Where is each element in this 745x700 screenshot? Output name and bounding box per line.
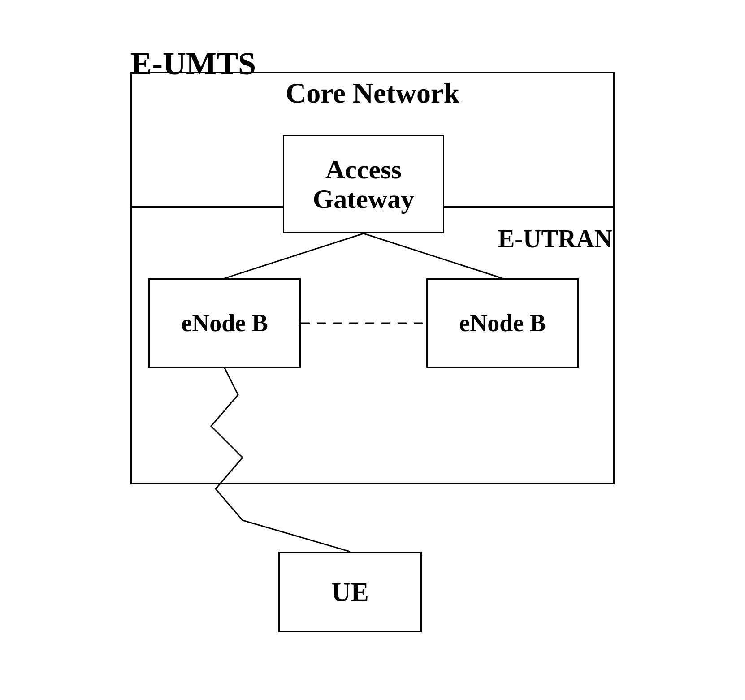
access-gateway-label: AccessGateway bbox=[313, 155, 415, 214]
enode-b-right-box: eNode B bbox=[426, 278, 579, 368]
ue-box: UE bbox=[278, 552, 422, 632]
eutran-label: E-UTRAN bbox=[498, 225, 612, 253]
enode-b-right-label: eNode B bbox=[459, 309, 546, 337]
diagram-container: E-UMTS Core Network E-UTRAN AccessGatewa… bbox=[104, 36, 641, 664]
enode-b-left-label: eNode B bbox=[181, 309, 268, 337]
enode-b-left-box: eNode B bbox=[148, 278, 301, 368]
core-network-label: Core Network bbox=[104, 77, 641, 110]
ue-label: UE bbox=[331, 577, 368, 608]
access-gateway-box: AccessGateway bbox=[283, 135, 444, 233]
